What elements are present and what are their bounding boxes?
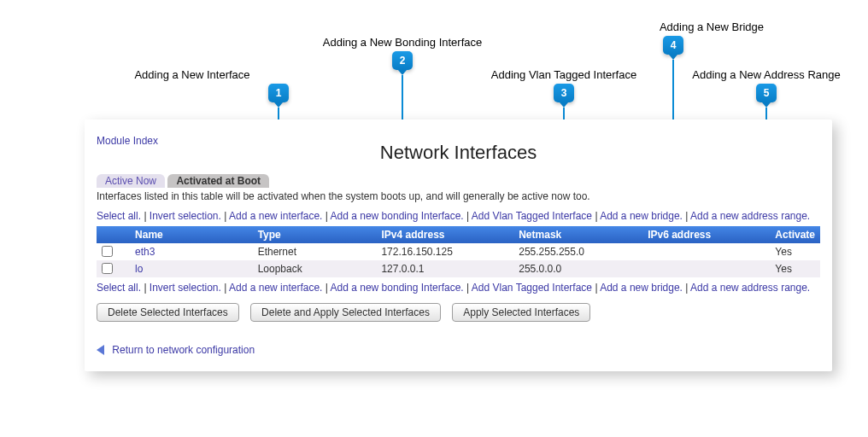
invert-selection-link[interactable]: Invert selection. <box>150 210 221 222</box>
select-all-link[interactable]: Select all. <box>97 282 141 294</box>
add-range-link[interactable]: Add a new address range. <box>690 282 810 294</box>
callout-label-3: Adding Vlan Tagged Interface <box>491 68 636 81</box>
arrow-left-icon <box>97 345 104 355</box>
main-panel: Module Index Network Interfaces Active N… <box>85 119 832 371</box>
add-bonding-link[interactable]: Add a new bonding Interface. <box>331 282 464 294</box>
callout-bubble-1: 1 <box>268 84 289 102</box>
iface-ipv6 <box>642 243 770 260</box>
callout-bubble-2: 2 <box>392 51 413 70</box>
col-netmask: Netmask <box>513 226 642 243</box>
callout-bubble-3: 3 <box>554 84 574 102</box>
tab-active-now[interactable]: Active Now <box>97 174 165 188</box>
description-text: Interfaces listed in this table will be … <box>97 190 820 202</box>
interfaces-table: Name Type IPv4 address Netmask IPv6 addr… <box>97 226 820 277</box>
iface-type: Ethernet <box>253 243 377 260</box>
table-row: eth3 Ethernet 172.16.150.125 255.255.255… <box>97 243 820 260</box>
callout-bubble-4: 4 <box>663 36 683 55</box>
page-title: Network Interfaces <box>97 130 820 164</box>
add-bridge-link[interactable]: Add a new bridge. <box>600 282 683 294</box>
row-checkbox[interactable] <box>102 263 113 274</box>
iface-ipv4: 127.0.0.1 <box>376 260 513 277</box>
table-row: lo Loopback 127.0.0.1 255.0.0.0 Yes <box>97 260 820 277</box>
row-checkbox[interactable] <box>102 246 113 257</box>
iface-ipv4: 172.16.150.125 <box>376 243 513 260</box>
iface-name-link[interactable]: eth3 <box>135 246 155 258</box>
return-row: Return to network configuration <box>97 344 820 356</box>
col-activate: Activate <box>770 226 820 243</box>
callout-label-1: Adding a New Interface <box>134 68 249 81</box>
action-links-top: Select all. | Invert selection. | Add a … <box>97 209 820 223</box>
col-ipv6: IPv6 address <box>642 226 770 243</box>
delete-selected-button[interactable]: Delete Selected Interfaces <box>97 303 239 322</box>
callout-bubble-5: 5 <box>756 84 777 102</box>
col-ipv4: IPv4 address <box>376 226 513 243</box>
invert-selection-link[interactable]: Invert selection. <box>150 282 221 294</box>
add-interface-link[interactable]: Add a new interface. <box>229 282 322 294</box>
add-vlan-link[interactable]: Add Vlan Tagged Interface <box>472 210 592 222</box>
apply-selected-button[interactable]: Apply Selected Interfaces <box>452 303 590 322</box>
tab-activated-at-boot[interactable]: Activated at Boot <box>167 174 269 188</box>
add-bridge-link[interactable]: Add a new bridge. <box>600 210 683 222</box>
table-header-row: Name Type IPv4 address Netmask IPv6 addr… <box>97 226 820 243</box>
iface-netmask: 255.0.0.0 <box>513 260 642 277</box>
iface-type: Loopback <box>253 260 377 277</box>
iface-ipv6 <box>642 260 770 277</box>
iface-activate: Yes <box>770 243 820 260</box>
callout-label-5: Adding a New Address Range <box>692 68 840 81</box>
action-links-bottom: Select all. | Invert selection. | Add a … <box>97 281 820 294</box>
return-link[interactable]: Return to network configuration <box>112 344 255 356</box>
add-bonding-link[interactable]: Add a new bonding Interface. <box>331 210 464 222</box>
add-range-link[interactable]: Add a new address range. <box>690 210 810 222</box>
callout-label-2: Adding a New Bonding Interface <box>323 36 482 49</box>
add-interface-link[interactable]: Add a new interface. <box>229 210 322 222</box>
module-index-link[interactable]: Module Index <box>97 135 158 147</box>
iface-netmask: 255.255.255.0 <box>513 243 642 260</box>
col-type: Type <box>253 226 377 243</box>
col-name: Name <box>130 226 253 243</box>
tabs: Active Now Activated at Boot <box>97 174 820 188</box>
select-all-link[interactable]: Select all. <box>97 210 141 222</box>
delete-apply-selected-button[interactable]: Delete and Apply Selected Interfaces <box>250 303 441 322</box>
iface-name-link[interactable]: lo <box>135 263 143 275</box>
callout-label-4: Adding a New Bridge <box>660 20 764 33</box>
add-vlan-link[interactable]: Add Vlan Tagged Interface <box>472 282 592 294</box>
iface-activate: Yes <box>770 260 820 277</box>
button-row: Delete Selected Interfaces Delete and Ap… <box>97 303 820 322</box>
